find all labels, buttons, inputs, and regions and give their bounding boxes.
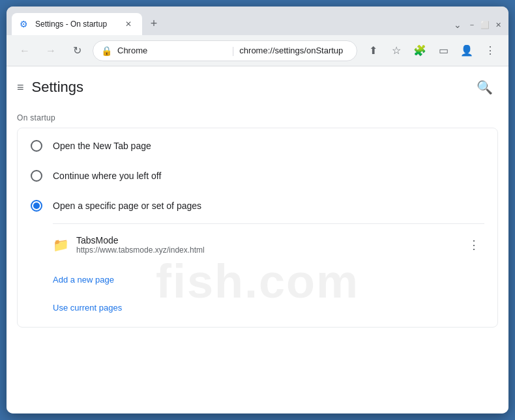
hamburger-menu-button[interactable]: ≡ xyxy=(17,81,24,94)
settings-title-group: ≡ Settings xyxy=(17,79,83,96)
refresh-button[interactable]: ↻ xyxy=(66,40,87,61)
settings-header: ≡ Settings 🔍 xyxy=(7,66,508,113)
startup-page-entry: 📁 TabsMode https://www.tabsmode.xyz/inde… xyxy=(53,223,484,260)
minimize-button[interactable]: − xyxy=(467,20,477,30)
tab-close-button[interactable]: ✕ xyxy=(123,18,134,30)
new-tab-button[interactable]: + xyxy=(145,14,163,33)
toolbar-actions: ⬆ ☆ 🧩 ▭ 👤 ⋮ xyxy=(362,40,501,61)
address-text: chrome://settings/onStartup xyxy=(239,46,349,55)
window-controls: ⌄ − ⬜ ✕ xyxy=(454,20,503,30)
add-new-page-link[interactable]: Add a new page xyxy=(53,268,484,291)
chevron-down-icon[interactable]: ⌄ xyxy=(454,20,462,30)
option-specific-page[interactable]: Open a specific page or set of pages xyxy=(18,191,497,221)
radio-specific-page[interactable] xyxy=(31,200,42,212)
page-entry-url: https://www.tabsmode.xyz/index.html xyxy=(76,245,456,255)
section-label: On startup xyxy=(17,113,498,122)
tab-title: Settings - On startup xyxy=(35,20,117,29)
menu-button[interactable]: ⋮ xyxy=(480,40,501,61)
option-continue[interactable]: Continue where you left off xyxy=(18,161,497,191)
settings-search-button[interactable]: 🔍 xyxy=(471,74,498,100)
address-bar[interactable]: 🔒 Chrome | chrome://settings/onStartup xyxy=(93,40,357,61)
toolbar: ← → ↻ 🔒 Chrome | chrome://settings/onSta… xyxy=(7,35,508,66)
action-links: Add a new page xyxy=(18,266,497,296)
options-card: Open the New Tab page Continue where you… xyxy=(17,128,498,328)
site-name: Chrome xyxy=(117,46,227,55)
option-specific-page-label: Open a specific page or set of pages xyxy=(53,201,201,211)
more-options-button[interactable]: ⋮ xyxy=(464,234,484,255)
bookmark-button[interactable]: ☆ xyxy=(386,40,407,61)
option-new-tab[interactable]: Open the New Tab page xyxy=(18,131,497,161)
share-button[interactable]: ⬆ xyxy=(362,40,383,61)
extension-button[interactable]: 🧩 xyxy=(409,40,430,61)
title-bar: ⚙ Settings - On startup ✕ + ⌄ − ⬜ ✕ xyxy=(7,7,508,35)
back-button[interactable]: ← xyxy=(14,40,35,61)
on-startup-section: On startup Open the New Tab page Continu… xyxy=(7,113,508,328)
close-button[interactable]: ✕ xyxy=(493,20,503,30)
action-links-2: Use current pages xyxy=(18,296,497,324)
browser-window: ⚙ Settings - On startup ✕ + ⌄ − ⬜ ✕ ← → … xyxy=(7,7,508,413)
tab-favicon: ⚙ xyxy=(20,19,30,29)
address-divider: | xyxy=(232,46,235,56)
active-tab[interactable]: ⚙ Settings - On startup ✕ xyxy=(12,13,142,35)
option-new-tab-label: Open the New Tab page xyxy=(53,141,151,151)
page-entry-name: TabsMode xyxy=(76,235,456,245)
page-entry-row: 📁 TabsMode https://www.tabsmode.xyz/inde… xyxy=(53,229,484,260)
radio-new-tab[interactable] xyxy=(31,140,42,152)
site-icon: 🔒 xyxy=(101,46,112,56)
maximize-button[interactable]: ⬜ xyxy=(480,20,490,30)
radio-continue[interactable] xyxy=(31,170,42,182)
profile-button[interactable]: 👤 xyxy=(456,40,477,61)
page-entry-info: TabsMode https://www.tabsmode.xyz/index.… xyxy=(76,235,456,255)
page-title: Settings xyxy=(32,79,84,96)
cast-button[interactable]: ▭ xyxy=(433,40,454,61)
folder-icon: 📁 xyxy=(53,237,68,253)
page-content: ≡ Settings 🔍 On startup Open the New Tab… xyxy=(7,66,508,413)
forward-button[interactable]: → xyxy=(40,40,61,61)
option-continue-label: Continue where you left off xyxy=(53,171,161,181)
use-current-pages-link[interactable]: Use current pages xyxy=(53,296,484,319)
radio-inner-dot xyxy=(33,203,40,209)
